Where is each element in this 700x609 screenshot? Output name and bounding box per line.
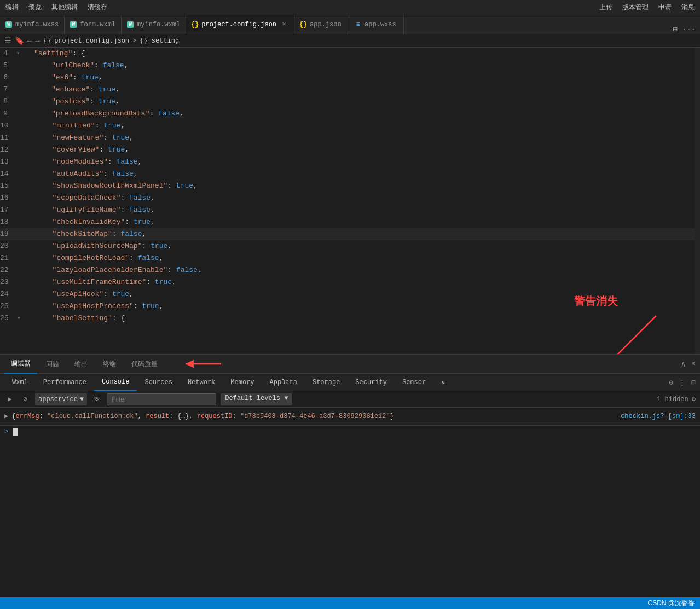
hidden-settings-icon[interactable]: ⚙ [692,395,696,403]
code-line-18: 18 "checkInvalidKey": true, [0,216,700,228]
code-line-20: 20 "uploadWithSourceMap": true, [0,240,700,252]
line-number: 6 [0,72,16,84]
menu-message[interactable]: 消息 [681,3,695,12]
devtools-tab-actions: ⚙ ⋮ ⊟ [669,378,696,387]
code-content: "urlCheck": false, [25,60,128,72]
menu-other-edit[interactable]: 其他编辑 [51,3,78,12]
left-arrow-svg [183,358,227,369]
devtools-tab-security[interactable]: Security [348,374,395,391]
line-arrow [16,84,25,96]
console-input-line: > [0,425,700,437]
devtools-tab-storage[interactable]: Storage [305,374,348,391]
devtools-tab-console[interactable]: Console [94,374,137,391]
panel-tab-actions: ∧ × [681,359,696,369]
console-run-btn[interactable]: ▶ [4,394,15,405]
bookmark-btn[interactable]: 🔖 [15,36,24,45]
menu-upload[interactable]: 上传 [599,3,612,12]
menu-edit[interactable]: 编辑 [5,3,19,12]
code-line-14: 14 "autoAudits": false, [0,168,700,180]
forward-btn[interactable]: → [35,37,39,45]
code-line-19: 19 "checkSiteMap": false, [0,228,700,240]
devtools-settings-btn[interactable]: ⚙ [669,378,673,387]
line-number: 8 [0,96,16,108]
code-area: 4 ▾ "setting": { 5 "urlCheck": false, 6 … [0,48,700,324]
line-arrow [18,120,26,132]
code-content: "preloadBackgroundData": false, [25,108,184,120]
split-editor-btn[interactable]: ⊞ [673,25,677,34]
tab-actions: ⊞ ··· [668,25,700,34]
arrow-collapse[interactable]: ▾ [16,48,25,60]
line-number: 9 [0,108,16,120]
bottom-panel: 调试器 问题 输出 终端 代码质量 ∧ × Wxml Performance C… [0,354,700,437]
devtools-tab-memory[interactable]: Memory [223,374,262,391]
menu-preview[interactable]: 预览 [28,3,42,12]
console-expand-btn[interactable]: ▶ [4,412,8,420]
code-content: "newFeature": true, [26,132,134,144]
code-content: "autoAudits": false, [26,168,138,180]
menu-apply[interactable]: 申请 [658,3,672,12]
more-tabs-btn[interactable]: ··· [682,25,696,34]
devtools-tab-appdata[interactable]: AppData [262,374,305,391]
code-content: "babelSetting": { [26,312,125,324]
menu-clear-cache[interactable]: 清缓存 [88,3,107,12]
devtools-tab-sources[interactable]: Sources [137,374,180,391]
devtools-tab-sensor[interactable]: Sensor [395,374,433,391]
console-context-select[interactable]: appservice ▼ [35,393,87,405]
devtools-tab-wxml[interactable]: Wxml [4,374,36,391]
panel-tab-debugger[interactable]: 调试器 [4,355,37,374]
console-filter-input[interactable] [107,393,216,405]
wxss-icon: W [5,21,12,28]
tab-form-wxml[interactable]: W form.wxml [65,15,122,34]
code-content: "scopeDataCheck": false, [26,192,155,204]
tab-project-config-json[interactable]: {} project.config.json × [186,15,294,34]
top-menu-bar: 编辑 预览 其他编辑 清缓存 上传 版本管理 申请 消息 [0,0,700,15]
line-arrow [18,204,26,216]
hidden-count: 1 hidden [657,396,689,403]
code-content: "useApiHook": true, [26,288,134,300]
line-number: 26 [0,312,18,324]
devtools-tab-more[interactable]: » [433,374,453,391]
line-number: 24 [0,288,18,300]
devtools-tab-network[interactable]: Network [180,374,223,391]
tab-myinfo-wxml[interactable]: W myinfo.wxml [122,15,186,34]
tab-close-btn[interactable]: × [280,20,288,29]
code-line-13: 13 "nodeModules": false, [0,156,700,168]
back-btn[interactable]: ← [27,37,32,45]
source-link[interactable]: checkin.js? [sm]:33 [621,413,696,420]
tab-label: app.json [310,21,342,28]
sidebar-toggle-btn[interactable]: ☰ [4,36,11,45]
line-arrow [18,252,26,264]
panel-tab-problems[interactable]: 问题 [39,355,66,374]
code-content: "useApiHostProcess": true, [26,300,164,312]
code-line-15: 15 "showShadowRootInWxmlPanel": true, [0,180,700,192]
code-line-9: 9 "preloadBackgroundData": false, [0,108,700,120]
tab-app-json[interactable]: {} app.json [294,15,349,34]
console-row-link[interactable]: checkin.js? [sm]:33 [621,413,696,420]
devtools-dock-btn[interactable]: ⊟ [691,378,696,387]
menu-version[interactable]: 版本管理 [622,3,649,12]
collapse-panel-btn[interactable]: ∧ [681,359,685,369]
code-content: "showShadowRootInWxmlPanel": true, [26,180,198,192]
devtools-tab-performance[interactable]: Performance [36,374,94,391]
panel-tab-codequality[interactable]: 代码质量 [125,355,164,374]
devtools-tab-bar: Wxml Performance Console Sources Network… [0,374,700,391]
line-number: 7 [0,84,16,96]
tab-myinfo-wxss[interactable]: W myinfo.wxss [0,15,65,34]
tab-app-wxss[interactable]: ≡ app.wxss [349,15,404,34]
panel-tab-terminal[interactable]: 终端 [96,355,123,374]
code-content: "coverView": true, [26,144,129,156]
line-number: 23 [0,276,18,288]
editor-scrollbar[interactable] [695,48,700,354]
devtools-more-btn[interactable]: ⋮ [679,378,686,387]
console-stop-btn[interactable]: ⊘ [20,394,31,405]
wxml-icon: W [127,21,134,28]
code-content: "nodeModules": false, [26,156,142,168]
line-arrow[interactable]: ▾ [18,312,26,324]
console-levels-select[interactable]: Default levels ▼ [221,393,292,405]
console-eye-btn[interactable]: 👁 [91,394,102,405]
close-panel-btn[interactable]: × [691,359,696,368]
code-line-4: 4 ▾ "setting": { [0,48,700,60]
panel-tab-output[interactable]: 输出 [68,355,94,374]
line-arrow [18,156,26,168]
line-arrow [18,180,26,192]
